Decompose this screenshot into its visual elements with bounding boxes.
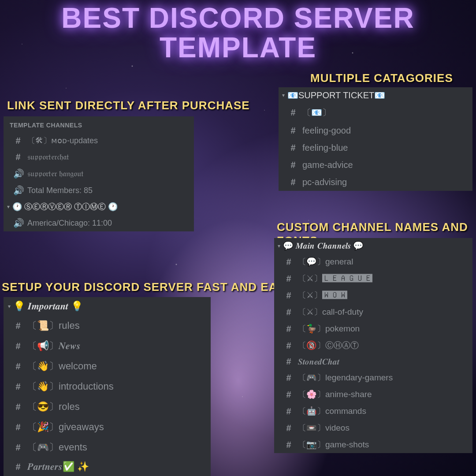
hash-icon: # [288, 126, 298, 136]
hash-icon: # [13, 462, 23, 472]
channel-label: 〔🛠〕ᴍᴏᴅ-updates [27, 135, 98, 146]
channel-welcome[interactable]: #〔👋〕welcome [4, 356, 211, 376]
channel-label: 〔📧〕 [302, 107, 331, 119]
channel-label: 〔👋〕introductions [27, 380, 114, 393]
channel-label: 𝑷𝒂𝒓𝒕𝒏𝒆𝒓𝒔✅ ✨ [27, 461, 89, 472]
hash-icon: # [284, 390, 294, 400]
channel-label: 〔⚔〕call-of-duty [298, 306, 363, 318]
channel-label: 𝑺𝒕𝒐𝒏𝒆𝒅𝑪𝒉𝒂𝒕 [298, 357, 339, 367]
category-label: 📧SUPPORT TICKET📧 [287, 90, 385, 100]
channel-events[interactable]: #〔🎮〕events [4, 437, 211, 457]
channel-supporter-hangout[interactable]: 🔊 𝔰𝔲𝔭𝔭𝔬𝔯𝔱𝔢𝔯 𝔥𝔞𝔫𝔤𝔬𝔲𝔱 [4, 165, 194, 182]
channel-label: 〔📷〕game-shots [298, 439, 369, 450]
panel-support-ticket: ▾ 📧SUPPORT TICKET📧 #〔📧〕 #feeling-good #f… [279, 87, 472, 191]
hash-icon: # [284, 440, 294, 450]
category-support-ticket[interactable]: ▾ 📧SUPPORT TICKET📧 [279, 87, 472, 103]
channel-label: America/Chicago: 11:00 [27, 219, 112, 228]
hash-icon: # [13, 443, 23, 453]
channel-stoned-chat[interactable]: #𝑺𝒕𝒐𝒏𝒆𝒅𝑪𝒉𝒂𝒕 [274, 354, 472, 369]
channel-label: 〔🎉〕giveaways [27, 420, 104, 434]
hash-icon: # [13, 341, 23, 351]
main-title: BEST DISCORD SERVER TEMPLATE [0, 4, 476, 63]
channel-label: 𝔰𝔲𝔭𝔭𝔬𝔯𝔱𝔢𝔯𝔠𝔥𝔞𝔱 [27, 152, 69, 162]
category-server-time[interactable]: ▾ 🕐 ⓈⒺⓇⓋⒺⓇ ⓉⒾⓂⒺ 🕐 [4, 199, 194, 215]
channel-chat[interactable]: #〔🔞〕ⒸⒽⒶⓉ [274, 337, 472, 354]
channel-label: 〔💬〕general [298, 256, 353, 268]
channel-commands[interactable]: #〔🤖〕commands [274, 403, 472, 420]
speaker-icon: 🔊 [13, 168, 23, 179]
hash-icon: # [284, 341, 294, 351]
channel-label: feeling-blue [302, 143, 348, 153]
channel-total-members[interactable]: 🔊 Total Members: 85 [4, 182, 194, 199]
chevron-down-icon: ▾ [282, 92, 285, 98]
channel-pokemon[interactable]: #〔🦆〕pokemon [274, 320, 472, 337]
channel-videos[interactable]: #〔📼〕videos [274, 420, 472, 436]
hash-icon: # [284, 357, 294, 367]
channel-label: Total Members: 85 [27, 186, 93, 195]
hash-icon: # [13, 422, 23, 432]
channel-news[interactable]: #〔📢〕𝑵𝒆𝒘𝒔 [4, 336, 211, 356]
speaker-icon: 🔊 [13, 218, 23, 228]
hash-icon: # [13, 321, 23, 331]
panel-main-channels: ▾ 💬 𝑴𝒂𝒊𝒏 𝑪𝒉𝒂𝒏𝒏𝒆𝒍𝒔 💬 #〔💬〕general #〔⚔〕🅻🅴🅰🅶… [274, 238, 472, 453]
channel-label: 〔📢〕𝑵𝒆𝒘𝒔 [27, 339, 81, 353]
category-important[interactable]: ▾ 💡 𝑰𝒎𝒑𝒐𝒓𝒕𝒂𝒏𝒕 💡 [4, 297, 211, 316]
channel-roles[interactable]: #〔😎〕roles [4, 397, 211, 417]
channel-game-shots[interactable]: #〔📷〕game-shots [274, 436, 472, 453]
category-main-channels[interactable]: ▾ 💬 𝑴𝒂𝒊𝒏 𝑪𝒉𝒂𝒏𝒏𝒆𝒍𝒔 💬 [274, 238, 472, 253]
channel-label: 〔🔞〕ⒸⒽⒶⓉ [298, 340, 359, 351]
channel-pc-advising[interactable]: #pc-advising [279, 174, 472, 191]
channel-label: 〔🤖〕commands [298, 405, 366, 417]
hash-icon: # [284, 307, 294, 317]
channel-giveaways[interactable]: #〔🎉〕giveaways [4, 417, 211, 437]
panel-header: TEMPLATE CHANNELS [4, 116, 194, 132]
caption-multiple-categories: MULTIPLE CATAGORIES [310, 71, 453, 85]
chevron-down-icon: ▾ [8, 303, 11, 309]
channel-label: 〔👋〕welcome [27, 360, 97, 373]
hash-icon: # [288, 108, 298, 118]
hash-icon: # [288, 160, 298, 170]
channel-anime-share[interactable]: #〔🌸〕anime-share [274, 386, 472, 403]
channel-label: 𝔰𝔲𝔭𝔭𝔬𝔯𝔱𝔢𝔯 𝔥𝔞𝔫𝔤𝔬𝔲𝔱 [27, 169, 84, 178]
channel-league[interactable]: #〔⚔〕🅻🅴🅰🅶🆄🅴 [274, 270, 472, 287]
hash-icon: # [284, 274, 294, 284]
hash-icon: # [284, 257, 294, 267]
channel-general[interactable]: #〔💬〕general [274, 253, 472, 270]
channel-america-chicago[interactable]: 🔊 America/Chicago: 11:00 [4, 215, 194, 231]
channel-label: 〔📜〕rules [27, 319, 80, 332]
channel-label: 〔🌸〕anime-share [298, 389, 372, 400]
channel-label: 〔🎮〕events [27, 441, 87, 454]
channel-game-advice[interactable]: #game-advice [279, 156, 472, 174]
speaker-icon: 🔊 [13, 185, 23, 196]
hash-icon: # [13, 136, 23, 146]
channel-label: feeling-good [302, 126, 351, 136]
channel-label: game-advice [302, 160, 353, 170]
channel-partners[interactable]: #𝑷𝒂𝒓𝒕𝒏𝒆𝒓𝒔✅ ✨ [4, 457, 211, 476]
hash-icon: # [284, 373, 294, 383]
channel-legendary-gamers[interactable]: #〔🎮〕legendary-gamers [274, 369, 472, 386]
caption-link-sent: LINK SENT DIRECTLY AFTER PURCHASE [7, 99, 250, 112]
panel-template-channels: TEMPLATE CHANNELS # 〔🛠〕ᴍᴏᴅ-updates # 𝔰𝔲𝔭… [4, 116, 194, 231]
category-label: 💡 𝑰𝒎𝒑𝒐𝒓𝒕𝒂𝒏𝒕 💡 [13, 301, 83, 312]
channel-label: 〔🦆〕pokemon [298, 323, 360, 335]
channel-introductions[interactable]: #〔👋〕introductions [4, 376, 211, 397]
panel-important: ▾ 💡 𝑰𝒎𝒑𝒐𝒓𝒕𝒂𝒏𝒕 💡 #〔📜〕rules #〔📢〕𝑵𝒆𝒘𝒔 #〔👋〕w… [4, 297, 211, 476]
channel-label: 〔📼〕videos [298, 422, 350, 434]
hash-icon: # [284, 423, 294, 433]
channel-feeling-good[interactable]: #feeling-good [279, 122, 472, 139]
channel-mod-updates[interactable]: # 〔🛠〕ᴍᴏᴅ-updates [4, 132, 194, 149]
category-label: 💬 𝑴𝒂𝒊𝒏 𝑪𝒉𝒂𝒏𝒏𝒆𝒍𝒔 💬 [283, 241, 364, 251]
caption-setup-fast: SETUP YOUR DISCORD SERVER FAST AND EASY [2, 280, 294, 294]
chevron-down-icon: ▾ [278, 243, 280, 249]
hash-icon: # [288, 143, 298, 153]
title-line-2: TEMPLATE [0, 33, 476, 63]
channel-rules[interactable]: #〔📜〕rules [4, 316, 211, 336]
channel-support-mail[interactable]: #〔📧〕 [279, 103, 472, 122]
hash-icon: # [284, 324, 294, 334]
channel-label: 〔😎〕roles [27, 400, 80, 413]
channel-feeling-blue[interactable]: #feeling-blue [279, 139, 472, 156]
channel-label: pc-advising [302, 177, 347, 187]
channel-supporterchat[interactable]: # 𝔰𝔲𝔭𝔭𝔬𝔯𝔱𝔢𝔯𝔠𝔥𝔞𝔱 [4, 149, 194, 165]
channel-call-of-duty[interactable]: #〔⚔〕call-of-duty [274, 304, 472, 320]
channel-wow[interactable]: #〔⚔〕🆆🅾🆆 [274, 287, 472, 304]
